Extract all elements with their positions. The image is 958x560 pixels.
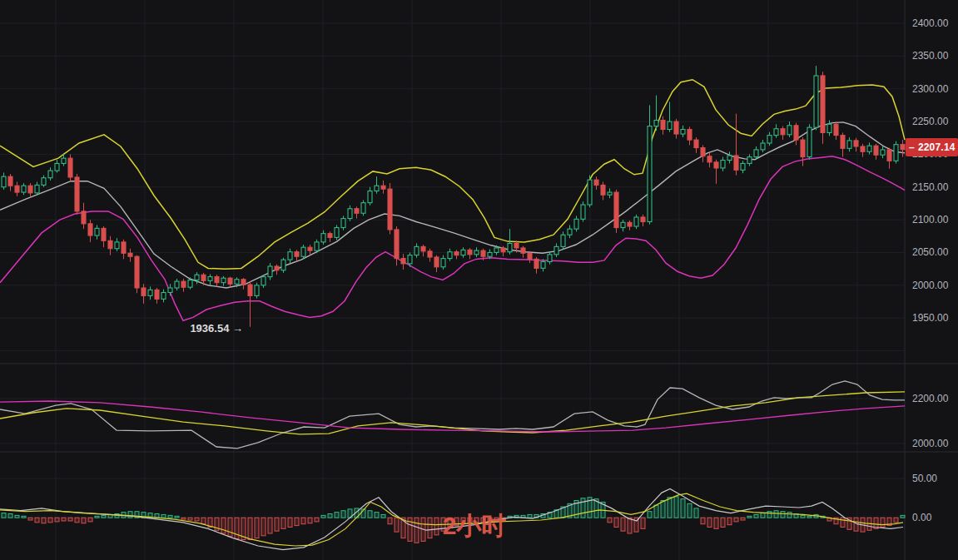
macd-histogram-bar <box>42 518 46 523</box>
macd-histogram-bar <box>727 518 732 524</box>
y-axis-tick-label: 2050.00 <box>912 246 949 258</box>
macd-histogram-bar <box>681 499 685 518</box>
macd-histogram-bar <box>714 518 718 528</box>
candle-down <box>707 156 712 162</box>
macd-histogram-bar <box>628 518 632 533</box>
candle-up <box>48 171 52 178</box>
candle-down <box>594 180 598 185</box>
candle-up <box>368 191 372 203</box>
y-axis-tick-label: 1950.00 <box>912 312 949 324</box>
candle-down <box>181 281 186 287</box>
y-axis-tick-label: 2100.00 <box>912 214 949 225</box>
macd-histogram-bar <box>841 518 845 527</box>
macd-histogram-bar <box>341 511 345 518</box>
macd-histogram-bar <box>701 518 705 524</box>
macd-histogram-bar <box>55 518 59 522</box>
macd-histogram-bar <box>201 518 206 524</box>
macd-histogram-bar <box>614 518 618 527</box>
macd-histogram-bar <box>221 518 226 533</box>
candle-up <box>814 76 818 127</box>
candle-up <box>867 146 871 151</box>
candle-down <box>841 136 845 149</box>
candle-down <box>701 148 705 156</box>
candle-up <box>654 120 658 126</box>
macd-histogram-bar <box>35 518 39 523</box>
candle-up <box>847 141 851 148</box>
candle-up <box>494 248 499 253</box>
trading-chart-window: 2400.002350.002300.002250.002200.002150.… <box>0 0 958 560</box>
candle-down <box>108 240 112 248</box>
macd-histogram-bar <box>901 515 905 518</box>
macd-histogram-bar <box>275 518 279 531</box>
macd-histogram-bar <box>641 518 645 528</box>
candle-up <box>361 203 365 214</box>
candle-up <box>341 219 345 228</box>
macd-histogram-bar <box>321 515 325 518</box>
candle-down <box>694 140 698 147</box>
y-axis-tick-label: 2000.00 <box>912 280 949 291</box>
macd-histogram-bar <box>8 514 12 518</box>
low-price-annotation: 1936.54 → <box>141 322 243 335</box>
macd-histogram-bar <box>88 518 92 522</box>
candle-up <box>548 255 552 262</box>
candle-down <box>155 290 159 299</box>
candle-up <box>461 250 465 255</box>
candle-down <box>854 141 858 146</box>
last-price-value: 2207.14 <box>918 141 956 153</box>
candle-down <box>128 253 132 256</box>
candle-down <box>501 248 505 252</box>
y-axis-tick-label: 2250.00 <box>912 116 949 127</box>
y-axis-tick-label: 50.00 <box>912 473 937 484</box>
candle-up <box>787 126 792 135</box>
candle-up <box>255 285 259 296</box>
candle-down <box>102 228 106 240</box>
macd-histogram-bar <box>668 498 672 518</box>
price-chart-canvas[interactable]: 2400.002350.002300.002250.002200.002150.… <box>0 0 958 560</box>
candle-down <box>521 248 525 253</box>
candle-down <box>122 242 126 253</box>
candle-down <box>228 278 232 284</box>
candle-up <box>321 234 325 242</box>
candle-down <box>481 250 485 256</box>
candle-down <box>614 192 618 228</box>
macd-histogram-bar <box>248 518 252 539</box>
candle-down <box>454 252 459 255</box>
candle-up <box>35 185 39 192</box>
candle-up <box>348 209 352 219</box>
y-axis-tick-label: 2150.00 <box>912 181 949 193</box>
candle-down <box>241 280 246 285</box>
candle-up <box>22 186 26 192</box>
macd-histogram-bar <box>648 512 652 518</box>
macd-histogram-bar <box>654 505 658 518</box>
macd-histogram-bar <box>694 508 698 518</box>
candle-down <box>514 243 519 248</box>
candle-up <box>281 260 285 270</box>
candle-up <box>301 247 305 256</box>
candle-down <box>215 277 219 283</box>
candle-down <box>781 129 785 135</box>
candle-down <box>834 124 838 135</box>
candle-up <box>581 205 585 219</box>
candle-down <box>601 185 605 195</box>
macd-histogram-bar <box>28 518 32 520</box>
timeframe-watermark: 2小时 <box>416 509 533 543</box>
macd-histogram-bar <box>381 514 385 518</box>
candle-down <box>308 247 312 250</box>
candle-up <box>508 243 512 251</box>
macd-histogram-bar <box>674 497 678 518</box>
candle-up <box>741 163 745 170</box>
macd-histogram-bar <box>188 518 192 520</box>
candle-down <box>887 150 891 161</box>
macd-histogram-bar <box>741 518 745 520</box>
candle-down <box>295 252 299 257</box>
macd-histogram-bar <box>75 518 79 523</box>
candle-down <box>248 285 252 295</box>
candle-up <box>608 192 612 195</box>
macd-histogram-bar <box>181 518 186 519</box>
macd-histogram-bar <box>787 513 792 518</box>
y-axis-tick-label: 2000.00 <box>912 438 949 449</box>
y-axis-tick-label: 2400.00 <box>912 17 949 29</box>
macd-histogram-bar <box>368 511 372 518</box>
candle-down <box>88 224 92 235</box>
macd-histogram-bar <box>82 518 86 523</box>
